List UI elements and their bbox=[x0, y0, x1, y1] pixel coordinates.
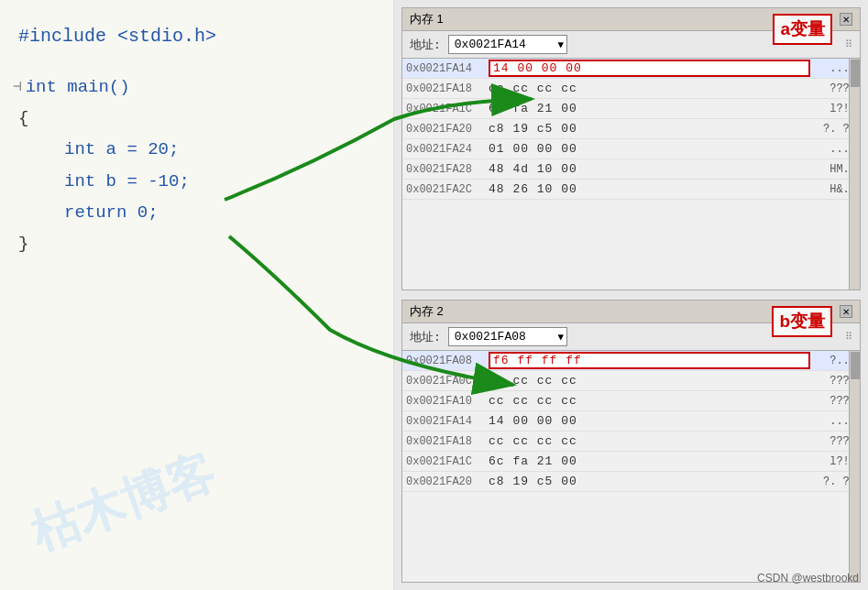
mem-bytes-p2-4: cc cc cc cc bbox=[489, 434, 810, 448]
table-row: 0x0021FA08 f6 ff ff ff ?... bbox=[402, 351, 860, 371]
include-text: #include <stdio.h> bbox=[18, 26, 216, 47]
panel-2-address-value[interactable]: 0x0021FA08 bbox=[448, 327, 567, 346]
mem-addr-p2-6: 0x0021FA20 bbox=[406, 475, 489, 488]
label-a-var: a变量 bbox=[773, 14, 832, 45]
panel-1-scrollbar[interactable] bbox=[849, 59, 860, 290]
panel-2-scroll-thumb[interactable] bbox=[851, 352, 860, 379]
code-line-brace-close: } bbox=[9, 228, 384, 259]
int-a-text: int a = 20; bbox=[64, 139, 179, 159]
table-row: 0x0021FA1C 6c fa 21 00 l?!. bbox=[402, 99, 860, 119]
code-panel: 枯木博客 #include <stdio.h> ⊣ int main() { i… bbox=[0, 0, 394, 590]
mem-addr-2: 0x0021FA1C bbox=[406, 103, 489, 115]
table-row: 0x0021FA10 cc cc cc cc ???? bbox=[402, 391, 860, 411]
mem-bytes-p2-3: 14 00 00 00 bbox=[489, 414, 810, 428]
main-marker: ⊣ bbox=[13, 74, 22, 101]
panel-1-close-btn[interactable]: ✕ bbox=[840, 13, 852, 26]
label-b-var: b变量 bbox=[772, 306, 832, 337]
panel-1-address-label: 地址: bbox=[410, 37, 441, 53]
mem-addr-p2-0: 0x0021FA08 bbox=[406, 355, 489, 367]
mem-bytes-4: 01 00 00 00 bbox=[489, 142, 810, 156]
code-line-int-a: int a = 20; bbox=[9, 134, 384, 165]
mem-addr-5: 0x0021FA28 bbox=[406, 163, 489, 176]
panel-2-close-btn[interactable]: ✕ bbox=[840, 305, 852, 318]
table-row: 0x0021FA18 cc cc cc cc ???? bbox=[402, 432, 860, 452]
table-row: 0x0021FA24 01 00 00 00 .... bbox=[402, 139, 860, 159]
brace-open-text: { bbox=[18, 108, 28, 128]
mem-addr-p2-4: 0x0021FA18 bbox=[406, 435, 489, 448]
memory-panel-1: a变量 内存 1 ✕ 地址: 0x0021FA14 ▼ ⠿ 0x0021FA14 bbox=[401, 7, 861, 290]
return-text: return 0; bbox=[64, 202, 159, 223]
mem-bytes-p2-6: c8 19 c5 00 bbox=[489, 475, 810, 488]
memory-panel-2: b变量 内存 2 ✕ 地址: 0x0021FA08 ▼ ⠿ 0x0021FA08 bbox=[401, 300, 861, 583]
table-row: 0x0021FA2C 48 26 10 00 H&.. bbox=[402, 180, 860, 200]
panel-2-address-dropdown-wrap[interactable]: 0x0021FA08 ▼ bbox=[448, 327, 567, 346]
mem-bytes-p2-0: f6 ff ff ff bbox=[489, 352, 810, 369]
panel-1-drag-handle: ⠿ bbox=[845, 38, 852, 50]
code-line-brace-open: { bbox=[9, 103, 384, 134]
panel-1-address-value[interactable]: 0x0021FA14 bbox=[448, 35, 567, 54]
panel-1-table-container: 0x0021FA14 14 00 00 00 .... 0x0021FA18 c… bbox=[402, 59, 860, 290]
table-row: 0x0021FA18 cc cc cc cc ???? bbox=[402, 79, 860, 99]
table-row: 0x0021FA14 14 00 00 00 .... bbox=[402, 411, 860, 432]
mem-bytes-5: 48 4d 10 00 bbox=[489, 162, 810, 176]
mem-addr-p2-1: 0x0021FA0C bbox=[406, 375, 489, 388]
table-row: 0x0021FA20 c8 19 c5 00 ?. ?. bbox=[402, 119, 860, 139]
panel-2-address-label: 地址: bbox=[410, 329, 441, 345]
mem-bytes-2: 6c fa 21 00 bbox=[489, 102, 810, 115]
watermark: 枯木博客 bbox=[22, 441, 223, 566]
table-row: 0x0021FA0C cc cc cc cc ???? bbox=[402, 371, 860, 391]
panel-2-drag-handle: ⠿ bbox=[845, 331, 852, 343]
table-row: 0x0021FA14 14 00 00 00 .... bbox=[402, 59, 860, 79]
mem-addr-0: 0x0021FA14 bbox=[406, 62, 489, 75]
code-line-blank bbox=[9, 59, 384, 71]
mem-bytes-3: c8 19 c5 00 bbox=[489, 122, 810, 136]
mem-bytes-0: 14 00 00 00 bbox=[489, 60, 810, 77]
mem-bytes-p2-5: 6c fa 21 00 bbox=[489, 454, 810, 468]
code-line-include: #include <stdio.h> bbox=[9, 18, 384, 55]
mem-addr-p2-2: 0x0021FA10 bbox=[406, 395, 489, 408]
mem-bytes-1: cc cc cc cc bbox=[489, 82, 810, 95]
mem-bytes-p2-1: cc cc cc cc bbox=[489, 374, 810, 388]
csdn-watermark: CSDN @westbrookd bbox=[757, 572, 859, 585]
code-line-main: ⊣ int main() bbox=[9, 71, 384, 103]
int-b-text: int b = -10; bbox=[64, 171, 190, 191]
mem-bytes-p2-2: cc cc cc cc bbox=[489, 394, 810, 408]
mem-addr-6: 0x0021FA2C bbox=[406, 183, 489, 196]
mem-addr-1: 0x0021FA18 bbox=[406, 82, 489, 95]
panel-2-scrollbar[interactable] bbox=[849, 351, 860, 582]
main-text: int main() bbox=[26, 71, 130, 103]
table-row: 0x0021FA20 c8 19 c5 00 ?. ?. bbox=[402, 472, 860, 492]
code-line-int-b: int b = -10; bbox=[9, 166, 384, 197]
mem-addr-p2-5: 0x0021FA1C bbox=[406, 455, 489, 468]
panel-2-table-container: 0x0021FA08 f6 ff ff ff ?... 0x0021FA0C c… bbox=[402, 351, 860, 582]
memory-panels: a变量 内存 1 ✕ 地址: 0x0021FA14 ▼ ⠿ 0x0021FA14 bbox=[394, 0, 868, 590]
mem-bytes-6: 48 26 10 00 bbox=[489, 182, 810, 196]
mem-addr-4: 0x0021FA24 bbox=[406, 143, 489, 156]
mem-addr-3: 0x0021FA20 bbox=[406, 123, 489, 136]
mem-addr-p2-3: 0x0021FA14 bbox=[406, 415, 489, 428]
panel-1-address-dropdown-wrap[interactable]: 0x0021FA14 ▼ bbox=[448, 35, 567, 54]
panel-2-memory-table: 0x0021FA08 f6 ff ff ff ?... 0x0021FA0C c… bbox=[402, 351, 860, 492]
code-line-return: return 0; bbox=[9, 197, 384, 228]
main-container: 枯木博客 #include <stdio.h> ⊣ int main() { i… bbox=[0, 0, 868, 590]
panel-1-title: 内存 1 bbox=[410, 11, 444, 27]
panel-1-memory-table: 0x0021FA14 14 00 00 00 .... 0x0021FA18 c… bbox=[402, 59, 860, 200]
panel-2-title: 内存 2 bbox=[410, 303, 444, 320]
panel-1-scroll-thumb[interactable] bbox=[851, 60, 860, 87]
table-row: 0x0021FA1C 6c fa 21 00 l?!. bbox=[402, 452, 860, 472]
table-row: 0x0021FA28 48 4d 10 00 HM.. bbox=[402, 159, 860, 180]
brace-close-text: } bbox=[18, 234, 28, 254]
